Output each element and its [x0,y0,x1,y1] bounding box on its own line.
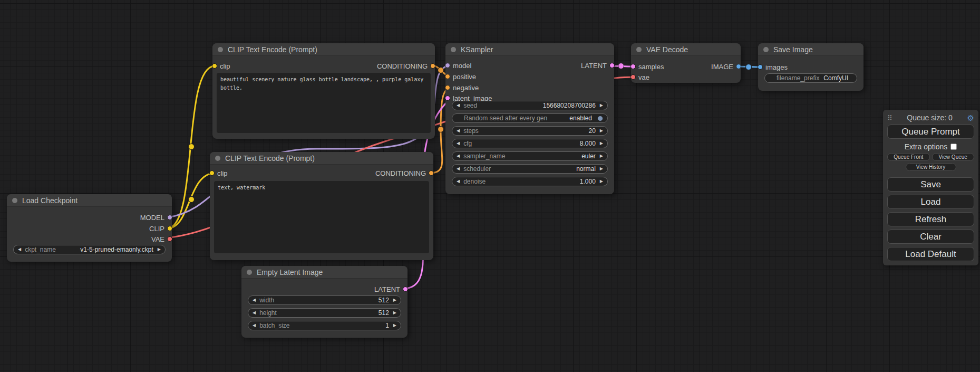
image-port-icon[interactable] [736,64,741,69]
next-arrow-icon[interactable]: ▶ [600,167,603,171]
prev-arrow-icon[interactable]: ◀ [457,129,460,133]
output-slot-conditioning[interactable]: CONDITIONING [377,61,435,71]
vae-port-icon[interactable] [167,236,172,242]
node-title-bar[interactable]: KSampler [445,43,614,56]
node-save-image[interactable]: Save Image images filename_prefix ComfyU… [758,43,863,91]
image-port-icon[interactable] [758,64,763,70]
node-title-bar[interactable]: CLIP Text Encode (Prompt) [212,43,435,56]
node-title-bar[interactable]: Save Image [758,43,863,56]
collapse-dot-icon[interactable] [218,47,223,52]
conditioning-port-icon[interactable] [445,85,450,90]
cfg-widget[interactable]: ◀ cfg 8.000 ▶ [452,139,608,148]
prev-arrow-icon[interactable]: ◀ [253,298,256,302]
batch-size-widget[interactable]: ◀ batch_size 1 ▶ [248,321,401,330]
output-slot-clip[interactable]: CLIP [149,223,172,234]
clip-port-icon[interactable] [167,226,172,231]
input-slot-positive[interactable]: positive [445,71,476,82]
refresh-button[interactable]: Refresh [887,212,974,226]
collapse-dot-icon[interactable] [215,156,220,161]
model-port-icon[interactable] [167,215,172,220]
next-arrow-icon[interactable]: ▶ [600,179,603,184]
output-slot-latent[interactable]: LATENT [581,60,614,71]
input-slot-clip[interactable]: clip [212,61,230,71]
latent-port-icon[interactable] [403,287,408,292]
node-vae-decode[interactable]: VAE Decode samples vae IMAGE [631,43,741,83]
seed-widget[interactable]: ◀ seed 156680208700286 ▶ [452,101,608,110]
prev-arrow-icon[interactable]: ◀ [457,167,460,171]
toggle-enabled-icon[interactable] [597,116,603,121]
prompt-text-input[interactable]: beautiful scenery nature glass bottle la… [217,73,431,133]
random-seed-toggle-widget[interactable]: Random seed after every gen enabled [452,113,608,123]
output-slot-model[interactable]: MODEL [140,212,172,223]
next-arrow-icon[interactable]: ▶ [393,323,396,328]
model-port-icon[interactable] [445,63,450,68]
height-widget[interactable]: ◀ height 512 ▶ [248,308,401,318]
width-widget[interactable]: ◀ width 512 ▶ [248,295,401,305]
steps-widget[interactable]: ◀ steps 20 ▶ [452,126,608,136]
settings-gear-icon[interactable]: ⚙ [967,114,974,122]
node-empty-latent-image[interactable]: Empty Latent Image LATENT ◀ width 512 ▶ … [241,266,407,338]
queue-front-button[interactable]: Queue Front [887,153,930,161]
output-slot-vae[interactable]: VAE [151,234,172,244]
node-title-bar[interactable]: Empty Latent Image [241,266,407,279]
queue-prompt-button[interactable]: Queue Prompt [887,125,974,139]
collapse-dot-icon[interactable] [247,270,252,275]
next-arrow-icon[interactable]: ▶ [600,154,603,158]
vae-port-icon[interactable] [630,74,636,80]
node-ksampler[interactable]: KSampler model positive negative latent_… [445,43,614,194]
node-graph-canvas[interactable]: Load Checkpoint MODEL CLIP VAE ◀ ckpt_na… [0,0,980,372]
latent-port-icon[interactable] [445,96,450,101]
node-title-bar[interactable]: VAE Decode [631,43,741,56]
conditioning-port-icon[interactable] [430,63,435,69]
conditioning-port-icon[interactable] [445,74,450,79]
next-arrow-icon[interactable]: ▶ [600,129,603,133]
ckpt-name-widget[interactable]: ◀ ckpt_name v1-5-pruned-emaonly.ckpt ▶ [13,245,166,254]
conditioning-port-icon[interactable] [429,170,434,176]
load-button[interactable]: Load [887,195,974,209]
output-slot-image[interactable]: IMAGE [711,61,741,72]
node-clip-text-encode-positive[interactable]: CLIP Text Encode (Prompt) clip CONDITION… [212,43,435,139]
view-history-button[interactable]: View History [906,163,956,171]
output-slot-conditioning[interactable]: CONDITIONING [375,168,433,178]
clear-button[interactable]: Clear [887,230,974,244]
input-slot-clip[interactable]: clip [210,168,228,178]
node-clip-text-encode-negative[interactable]: CLIP Text Encode (Prompt) clip CONDITION… [210,152,433,260]
view-queue-button[interactable]: View Queue [932,153,975,161]
latent-port-icon[interactable] [630,64,636,69]
latent-port-icon[interactable] [609,63,615,68]
prev-arrow-icon[interactable]: ◀ [253,323,256,328]
next-arrow-icon[interactable]: ▶ [158,247,161,252]
collapse-dot-icon[interactable] [451,47,456,52]
input-slot-images[interactable]: images [758,62,788,72]
prev-arrow-icon[interactable]: ◀ [457,179,460,184]
clip-port-icon[interactable] [212,63,217,69]
input-slot-model[interactable]: model [445,60,471,71]
denoise-widget[interactable]: ◀ denoise 1.000 ▶ [452,177,608,186]
prompt-text-input[interactable]: text, watermark [214,181,429,253]
collapse-dot-icon[interactable] [763,47,769,52]
drag-handle-icon[interactable]: ⠿ [887,115,892,121]
output-slot-latent[interactable]: LATENT [374,284,407,294]
prev-arrow-icon[interactable]: ◀ [18,247,21,252]
node-title-bar[interactable]: Load Checkpoint [7,194,172,207]
next-arrow-icon[interactable]: ▶ [600,141,603,146]
node-load-checkpoint[interactable]: Load Checkpoint MODEL CLIP VAE ◀ ckpt_na… [7,194,172,262]
scheduler-widget[interactable]: ◀ scheduler normal ▶ [452,164,608,174]
sampler-name-widget[interactable]: ◀ sampler_name euler ▶ [452,151,608,161]
input-slot-samples[interactable]: samples [631,61,664,72]
collapse-dot-icon[interactable] [12,198,17,203]
node-title-bar[interactable]: CLIP Text Encode (Prompt) [210,152,433,165]
next-arrow-icon[interactable]: ▶ [393,298,396,302]
filename-prefix-widget[interactable]: filename_prefix ComfyUI [764,73,857,83]
next-arrow-icon[interactable]: ▶ [393,311,396,315]
prev-arrow-icon[interactable]: ◀ [457,154,460,158]
prev-arrow-icon[interactable]: ◀ [457,103,460,108]
clip-port-icon[interactable] [209,170,215,176]
prev-arrow-icon[interactable]: ◀ [457,141,460,146]
next-arrow-icon[interactable]: ▶ [600,103,603,108]
extra-options-checkbox[interactable] [950,144,957,150]
load-default-button[interactable]: Load Default [887,247,974,261]
prev-arrow-icon[interactable]: ◀ [253,311,256,315]
save-button[interactable]: Save [887,177,974,192]
input-slot-vae[interactable]: vae [631,72,649,82]
